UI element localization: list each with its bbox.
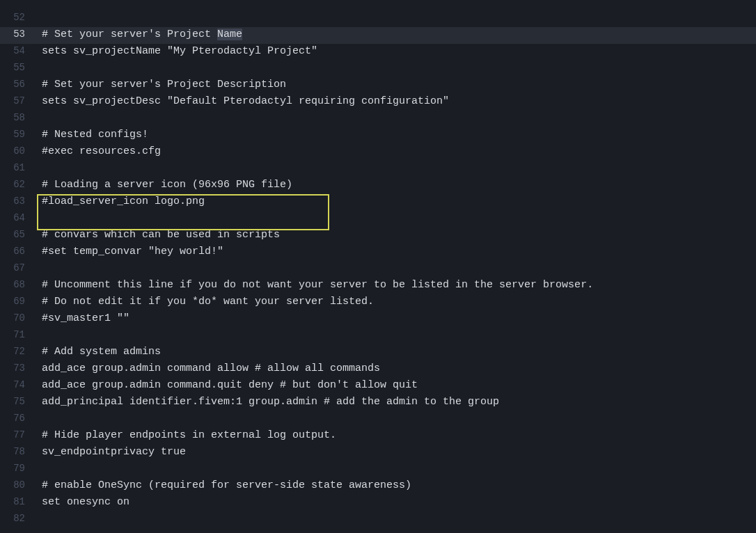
- line-content[interactable]: # Nested configs!: [35, 127, 148, 143]
- line-number: 68: [0, 278, 35, 292]
- line-number: 57: [0, 94, 35, 109]
- line-number: 65: [0, 228, 35, 242]
- line-number: 67: [0, 261, 35, 276]
- code-line[interactable]: 76: [0, 411, 756, 428]
- code-line[interactable]: 63#load_server_icon logo.png: [0, 194, 756, 211]
- code-line[interactable]: 65# convars which can be used in scripts: [0, 228, 756, 244]
- code-area[interactable]: 5253# Set your server's Project Name54se…: [0, 10, 756, 528]
- code-line[interactable]: 61: [0, 161, 756, 177]
- code-line[interactable]: 59# Nested configs!: [0, 127, 756, 144]
- line-content[interactable]: sets sv_projectDesc "Default Pterodactyl…: [35, 94, 449, 110]
- line-content[interactable]: # convars which can be used in scripts: [35, 228, 280, 244]
- code-line[interactable]: 73add_ace group.admin command allow # al…: [0, 361, 756, 378]
- code-line[interactable]: 78sv_endpointprivacy true: [0, 445, 756, 461]
- line-content[interactable]: add_principal identifier.fivem:1 group.a…: [35, 395, 499, 411]
- line-number: 66: [0, 244, 35, 259]
- code-line[interactable]: 68# Uncomment this line if you do not wa…: [0, 278, 756, 294]
- line-number: 80: [0, 478, 35, 493]
- code-line[interactable]: 77# Hide player endpoints in external lo…: [0, 428, 756, 445]
- line-number: 64: [0, 211, 35, 225]
- line-content[interactable]: #set temp_convar "hey world!": [35, 244, 223, 260]
- line-number: 62: [0, 177, 35, 192]
- line-number: 82: [0, 511, 35, 526]
- line-number: 75: [0, 395, 35, 409]
- line-number: 73: [0, 361, 35, 376]
- line-content[interactable]: sets sv_projectName "My Pterodactyl Proj…: [35, 44, 317, 60]
- line-content[interactable]: # Add system admins: [35, 344, 161, 360]
- text-selection[interactable]: Name: [217, 29, 242, 40]
- code-line[interactable]: 67: [0, 261, 756, 278]
- code-line[interactable]: 75add_principal identifier.fivem:1 group…: [0, 395, 756, 411]
- code-line[interactable]: 60#exec resources.cfg: [0, 144, 756, 161]
- line-content[interactable]: add_ace group.admin command.quit deny # …: [35, 378, 418, 394]
- code-line[interactable]: 71: [0, 328, 756, 344]
- line-number: 77: [0, 428, 35, 443]
- line-number: 76: [0, 411, 35, 426]
- line-number: 81: [0, 495, 35, 509]
- line-number: 55: [0, 61, 35, 75]
- line-number: 74: [0, 378, 35, 392]
- line-content[interactable]: # Set your server's Project Name: [35, 27, 242, 43]
- line-number: 71: [0, 328, 35, 342]
- line-number: 70: [0, 311, 35, 326]
- code-line[interactable]: 79: [0, 461, 756, 478]
- code-line[interactable]: 72# Add system admins: [0, 344, 756, 361]
- code-editor[interactable]: 5253# Set your server's Project Name54se…: [0, 0, 756, 533]
- line-content[interactable]: add_ace group.admin command allow # allo…: [35, 361, 380, 377]
- line-number: 72: [0, 344, 35, 359]
- line-number: 56: [0, 77, 35, 92]
- line-content[interactable]: # Uncomment this line if you do not want…: [35, 278, 593, 294]
- code-line[interactable]: 52: [0, 10, 756, 27]
- code-line[interactable]: 70#sv_master1 "": [0, 311, 756, 328]
- line-number: 54: [0, 44, 35, 58]
- line-content[interactable]: #sv_master1 "": [35, 311, 129, 327]
- code-line[interactable]: 57sets sv_projectDesc "Default Pterodact…: [0, 94, 756, 111]
- code-line[interactable]: 80# enable OneSync (required for server-…: [0, 478, 756, 495]
- code-line[interactable]: 74add_ace group.admin command.quit deny …: [0, 378, 756, 395]
- code-line[interactable]: 53# Set your server's Project Name: [0, 27, 756, 44]
- line-number: 78: [0, 445, 35, 459]
- line-number: 60: [0, 144, 35, 159]
- code-line[interactable]: 81set onesync on: [0, 495, 756, 511]
- code-line[interactable]: 58: [0, 111, 756, 127]
- line-content[interactable]: # Loading a server icon (96x96 PNG file): [35, 177, 292, 193]
- line-number: 61: [0, 161, 35, 175]
- line-content[interactable]: # Do not edit it if you *do* want your s…: [35, 294, 374, 310]
- code-line[interactable]: 69# Do not edit it if you *do* want your…: [0, 294, 756, 311]
- line-content[interactable]: #load_server_icon logo.png: [35, 194, 205, 210]
- code-line[interactable]: 64: [0, 211, 756, 228]
- line-number: 53: [0, 27, 35, 42]
- line-content[interactable]: # Set your server's Project Description: [35, 77, 286, 93]
- code-line[interactable]: 66#set temp_convar "hey world!": [0, 244, 756, 261]
- line-content[interactable]: # Hide player endpoints in external log …: [35, 428, 336, 444]
- line-content[interactable]: set onesync on: [35, 495, 129, 511]
- line-number: 52: [0, 10, 35, 25]
- code-line[interactable]: 82: [0, 511, 756, 528]
- line-number: 79: [0, 461, 35, 476]
- line-number: 69: [0, 294, 35, 309]
- line-number: 63: [0, 194, 35, 209]
- line-number: 59: [0, 127, 35, 142]
- code-line[interactable]: 56# Set your server's Project Descriptio…: [0, 77, 756, 94]
- line-number: 58: [0, 111, 35, 125]
- line-content[interactable]: sv_endpointprivacy true: [35, 445, 186, 461]
- code-line[interactable]: 62# Loading a server icon (96x96 PNG fil…: [0, 177, 756, 194]
- line-content[interactable]: # enable OneSync (required for server-si…: [35, 478, 411, 494]
- code-line[interactable]: 55: [0, 61, 756, 77]
- line-content[interactable]: #exec resources.cfg: [35, 144, 161, 160]
- code-line[interactable]: 54sets sv_projectName "My Pterodactyl Pr…: [0, 44, 756, 61]
